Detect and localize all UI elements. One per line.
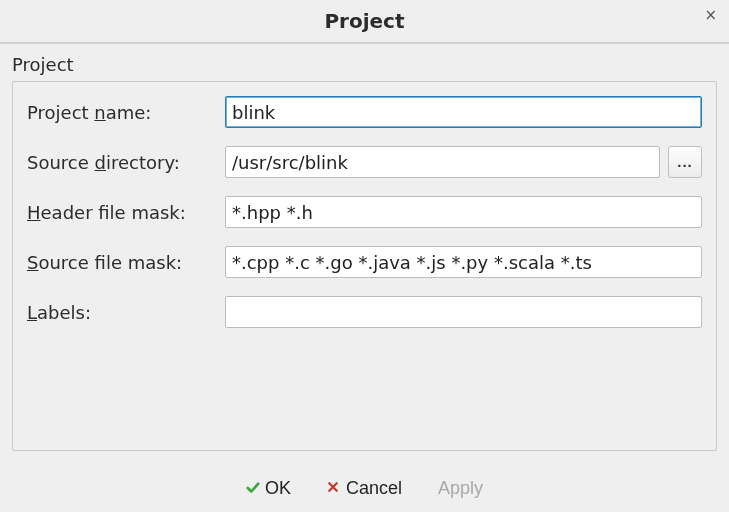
- label-labels: Labels:: [27, 302, 217, 323]
- browse-button[interactable]: ...: [668, 146, 702, 178]
- header-mask-input[interactable]: [225, 196, 702, 228]
- project-group: Project name: Source directory: ... Head…: [12, 81, 717, 451]
- source-mask-input[interactable]: [225, 246, 702, 278]
- cross-icon: [327, 481, 341, 495]
- dialog-content: Project Project name: Source directory: …: [0, 44, 729, 464]
- apply-label: Apply: [438, 478, 483, 499]
- row-source-mask: Source file mask:: [27, 246, 702, 278]
- label-project-name: Project name:: [27, 102, 217, 123]
- section-label: Project: [12, 54, 717, 81]
- cancel-label: Cancel: [346, 478, 402, 499]
- project-name-input[interactable]: [225, 96, 702, 128]
- dialog-footer: OK Cancel Apply: [0, 464, 729, 512]
- row-source-directory: Source directory: ...: [27, 146, 702, 178]
- ok-label: OK: [265, 478, 291, 499]
- window-title: Project: [324, 9, 404, 33]
- close-icon[interactable]: ×: [702, 6, 719, 25]
- label-source-mask: Source file mask:: [27, 252, 217, 273]
- ok-button[interactable]: OK: [242, 476, 295, 501]
- titlebar: Project ×: [0, 0, 729, 44]
- row-header-mask: Header file mask:: [27, 196, 702, 228]
- check-icon: [246, 481, 260, 495]
- row-labels: Labels:: [27, 296, 702, 328]
- source-directory-input[interactable]: [225, 146, 660, 178]
- label-header-mask: Header file mask:: [27, 202, 217, 223]
- apply-button: Apply: [434, 476, 487, 501]
- label-source-directory: Source directory:: [27, 152, 217, 173]
- labels-input[interactable]: [225, 296, 702, 328]
- row-project-name: Project name:: [27, 96, 702, 128]
- cancel-button[interactable]: Cancel: [323, 476, 406, 501]
